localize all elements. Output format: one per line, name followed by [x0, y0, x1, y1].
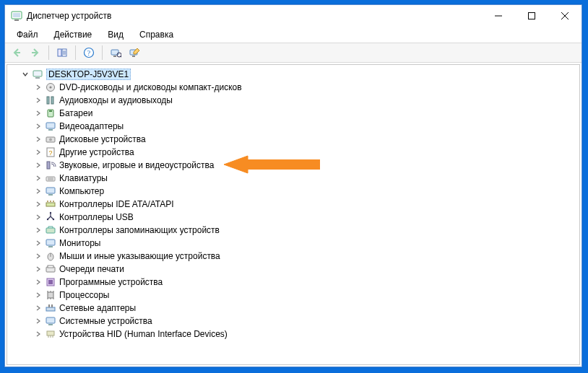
chevron-right-icon[interactable]	[33, 108, 43, 118]
svg-rect-68	[47, 331, 54, 335]
tree-item-label: Контроллеры запоминающих устройств	[59, 225, 220, 235]
chevron-right-icon[interactable]	[33, 225, 43, 235]
tree-item[interactable]: Сетевые адаптеры	[7, 302, 579, 315]
tree-item[interactable]: DVD-дисководы и дисководы компакт-дисков	[7, 81, 579, 94]
toolbar-show-hide-button[interactable]	[53, 45, 71, 61]
tree-item[interactable]: Видеоадаптеры	[7, 120, 579, 133]
chevron-right-icon[interactable]	[33, 303, 43, 313]
svg-point-31	[49, 139, 52, 141]
device-tree: DESKTOP-J5V3VE1 DVD-дисководы и дисковод…	[7, 65, 579, 346]
chevron-right-icon[interactable]	[33, 251, 43, 261]
network-adapter-icon	[45, 302, 56, 314]
tree-item[interactable]: ?Другие устройства	[7, 146, 579, 159]
tree-item-label: Звуковые, игровые и видеоустройства	[59, 160, 214, 170]
svg-line-17	[121, 56, 121, 57]
svg-point-23	[49, 86, 51, 88]
tree-item-label: Видеоадаптеры	[59, 121, 124, 131]
svg-rect-35	[46, 177, 55, 181]
tree-item[interactable]: Процессоры	[7, 289, 579, 302]
toolbar-forward-button[interactable]	[27, 45, 44, 61]
tree-item[interactable]: Контроллеры запоминающих устройств	[7, 224, 579, 237]
mouse-icon	[45, 250, 56, 262]
audio-io-icon	[45, 95, 56, 106]
svg-point-41	[47, 201, 48, 202]
tree-root-label: DESKTOP-J5V3VE1	[46, 69, 131, 80]
svg-rect-24	[47, 97, 49, 104]
tree-item-label: Процессоры	[59, 290, 110, 300]
device-tree-panel[interactable]: DESKTOP-J5V3VE1 DVD-дисководы и дисковод…	[7, 64, 580, 365]
svg-rect-20	[33, 71, 42, 76]
hid-device-icon	[45, 328, 56, 340]
svg-rect-56	[48, 292, 53, 298]
svg-rect-21	[35, 77, 40, 79]
processor-icon	[45, 289, 56, 301]
tree-item[interactable]: Системные устройства	[7, 315, 579, 328]
toolbar-properties-button[interactable]	[126, 45, 143, 61]
chevron-right-icon[interactable]	[33, 95, 43, 105]
svg-rect-40	[46, 203, 55, 206]
toolbar-back-button[interactable]	[8, 45, 25, 61]
maximize-button[interactable]	[515, 5, 548, 27]
chevron-right-icon[interactable]	[33, 173, 43, 183]
tree-item[interactable]: Мыши и иные указывающие устройства	[7, 250, 579, 263]
toolbar-scan-button[interactable]	[107, 45, 124, 61]
tree-item[interactable]: Контроллеры IDE ATA/ATAPI	[7, 198, 579, 211]
chevron-right-icon[interactable]	[33, 329, 43, 339]
chevron-right-icon[interactable]	[33, 277, 43, 287]
chevron-down-icon[interactable]	[20, 69, 30, 79]
tree-item[interactable]: Устройства HID (Human Interface Devices)	[7, 328, 579, 341]
menu-help[interactable]: Справка	[134, 28, 179, 41]
svg-rect-47	[46, 228, 55, 233]
tree-item[interactable]: Контроллеры USB	[7, 211, 579, 224]
window-title: Диспетчер устройств	[27, 11, 111, 21]
chevron-right-icon[interactable]	[33, 212, 43, 222]
svg-rect-39	[48, 194, 53, 196]
dvd-drive-icon	[45, 82, 56, 93]
tree-item[interactable]: Мониторы	[7, 237, 579, 250]
toolbar-separator	[75, 45, 76, 60]
tree-item[interactable]: Звуковые, игровые и видеоустройства	[7, 159, 579, 172]
svg-rect-4	[529, 13, 535, 19]
svg-text:?: ?	[48, 149, 52, 157]
tree-root-node[interactable]: DESKTOP-J5V3VE1	[7, 68, 579, 81]
chevron-right-icon[interactable]	[33, 264, 43, 274]
tree-item[interactable]: Очереди печати	[7, 263, 579, 276]
toolbar-help-button[interactable]: ?	[80, 45, 98, 61]
svg-point-42	[50, 201, 51, 202]
svg-rect-48	[46, 240, 55, 245]
minimize-button[interactable]	[482, 5, 515, 27]
chevron-right-icon[interactable]	[33, 134, 43, 144]
chevron-right-icon[interactable]	[33, 238, 43, 248]
svg-rect-55	[48, 280, 53, 284]
chevron-right-icon[interactable]	[33, 186, 43, 196]
chevron-right-icon[interactable]	[33, 147, 43, 157]
chevron-right-icon[interactable]	[33, 199, 43, 209]
chevron-right-icon[interactable]	[33, 82, 43, 92]
chevron-right-icon[interactable]	[33, 121, 43, 131]
keyboard-icon	[45, 172, 56, 184]
chevron-right-icon[interactable]	[33, 160, 43, 170]
print-queue-icon	[45, 263, 56, 275]
toolbar-separator	[102, 45, 103, 60]
tree-item[interactable]: Аудиовходы и аудиовыходы	[7, 94, 579, 107]
other-devices-icon: ?	[45, 146, 56, 158]
device-manager-window: Диспетчер устройств Файл Действие Вид Сп…	[4, 4, 582, 367]
chevron-right-icon[interactable]	[33, 316, 43, 326]
tree-item[interactable]: Батареи	[7, 107, 579, 120]
tree-item-label: Компьютер	[59, 186, 104, 196]
tree-item-label: Системные устройства	[59, 316, 152, 326]
svg-rect-1	[13, 13, 20, 17]
close-button[interactable]	[548, 5, 581, 27]
tree-item[interactable]: Дисковые устройства	[7, 133, 579, 146]
tree-item[interactable]: Программные устройства	[7, 276, 579, 289]
svg-point-44	[50, 212, 51, 214]
tree-item[interactable]: Клавиатуры	[7, 172, 579, 185]
menu-file[interactable]: Файл	[11, 28, 44, 41]
menu-view[interactable]: Вид	[102, 28, 129, 41]
tree-item[interactable]: Компьютер	[7, 185, 579, 198]
tree-item-label: Контроллеры IDE ATA/ATAPI	[59, 199, 174, 209]
menu-action[interactable]: Действие	[48, 28, 98, 41]
chevron-right-icon[interactable]	[33, 290, 43, 300]
svg-rect-2	[14, 19, 19, 21]
storage-controller-icon	[45, 224, 56, 236]
